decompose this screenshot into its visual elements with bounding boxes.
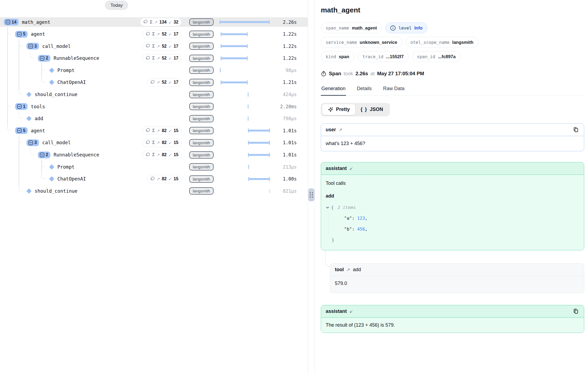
- duration-tick: [269, 189, 270, 193]
- timeline-cell: [219, 17, 271, 27]
- span-name-label: agent: [31, 128, 45, 133]
- duration-tick: [220, 68, 221, 72]
- json-value: 123: [357, 216, 365, 221]
- span-name-label: tools: [31, 104, 45, 109]
- timeline-cell: [219, 78, 271, 87]
- timeline-cell: [219, 65, 271, 75]
- input-arrow-icon: ↗: [157, 129, 160, 133]
- collapse-toggle-badge[interactable]: 14: [4, 19, 19, 25]
- timeline-cell: [219, 41, 271, 51]
- collapse-toggle-badge[interactable]: 2: [38, 152, 50, 158]
- trace-row-Prompt[interactable]: Promptlangsmith98µs: [0, 65, 308, 75]
- chip-trace-id: trace_id ...1552f7: [358, 51, 409, 62]
- child-count: 5: [23, 128, 25, 133]
- json-comma: ,: [365, 227, 368, 232]
- timeline-cell: [219, 138, 271, 147]
- json-toggle-button[interactable]: { } JSON: [355, 104, 388, 115]
- trace-row-should_continue[interactable]: should_continuelangsmith821µs: [0, 186, 308, 196]
- output-tokens: 17: [174, 44, 178, 49]
- chevron-down-icon[interactable]: [326, 206, 329, 209]
- collapse-toggle-badge[interactable]: 5: [15, 31, 28, 38]
- duration-bar: [221, 33, 248, 35]
- chip-key: level: [398, 25, 411, 31]
- pretty-toggle-button[interactable]: Pretty: [322, 104, 355, 115]
- provider-tag-langsmith: langsmith: [189, 163, 214, 170]
- pretty-label: Pretty: [336, 107, 350, 112]
- duration-label: 213µs: [271, 164, 297, 170]
- coin-icon: [146, 128, 150, 133]
- tree-connector-elbow: [7, 99, 11, 107]
- drag-dots-icon: [310, 192, 313, 198]
- timeline-cell: [219, 54, 271, 63]
- timeline-cell: [219, 90, 271, 99]
- output-tokens: 32: [174, 20, 178, 25]
- provider-tag-langsmith: langsmith: [189, 187, 214, 195]
- inbound-arrow-icon: ↙: [349, 309, 353, 314]
- trace-row-call_model[interactable]: 3call_modelΣ↗52↙17langsmith1.22s: [0, 41, 308, 51]
- trace-row-agent[interactable]: 5agentΣ↗52↙17langsmith1.22s: [0, 29, 308, 39]
- span-detail-panel: math_agent span_name math_agent level In…: [315, 0, 588, 374]
- trace-row-RunnableSequence[interactable]: 2RunnableSequenceΣ↗82↙15langsmith1.01s: [0, 150, 308, 160]
- tab-generation[interactable]: Generation: [321, 86, 346, 96]
- trace-row-tools[interactable]: 1toolslangsmith2.20ms: [0, 102, 308, 111]
- input-arrow-icon: ↗: [157, 56, 160, 60]
- collapse-toggle-badge[interactable]: 5: [15, 127, 28, 134]
- tree-connector-elbow: [7, 123, 11, 131]
- output-arrow-icon: ↙: [168, 44, 172, 48]
- json-label: JSON: [370, 107, 383, 112]
- coin-icon: [146, 55, 150, 61]
- input-tokens: 82: [162, 140, 167, 145]
- trace-row-call_model[interactable]: 3call_modelΣ↗82↙15langsmith1.01s: [0, 138, 308, 147]
- duration-bar: [249, 178, 270, 180]
- collapse-toggle-badge[interactable]: 1: [15, 103, 28, 110]
- copy-icon: [573, 308, 579, 314]
- duration-tick: [248, 165, 249, 169]
- collapse-toggle-badge[interactable]: 2: [38, 55, 50, 62]
- provider-tag-langsmith: langsmith: [189, 139, 214, 146]
- input-tokens: 52: [162, 44, 167, 49]
- braces-icon: { }: [361, 107, 367, 112]
- output-arrow-icon: ↙: [168, 129, 172, 133]
- tab-raw-data[interactable]: Raw Data: [383, 86, 405, 96]
- trace-row-ChatOpenAI[interactable]: ChatOpenAI↗82↙15langsmith1.00s: [0, 174, 308, 184]
- token-usage-badge: Σ↗134↙32: [140, 18, 182, 26]
- sigma-icon: Σ: [150, 20, 152, 25]
- trace-row-Prompt[interactable]: Promptlangsmith213µs: [0, 162, 308, 172]
- json-value: 456: [357, 227, 365, 232]
- message-card-assistant-final: assistant ↙ The result of (123 + 456) is…: [321, 305, 584, 333]
- message-card-tool: tool ↗ add 579.0: [330, 263, 584, 293]
- provider-tag-langsmith: langsmith: [189, 127, 214, 134]
- span-timing-line: Span took 2.26s at May 27 17:05:04 PM: [321, 71, 584, 77]
- copy-button[interactable]: [573, 126, 579, 133]
- panel-drag-handle[interactable]: [308, 188, 315, 201]
- generation-messages: user ↗ what's 123 + 456? assistant ↙ Too…: [321, 123, 584, 333]
- trace-row-agent[interactable]: 5agentΣ↗82↙15langsmith1.01s: [0, 126, 308, 135]
- child-count: 2: [46, 56, 48, 61]
- trace-row-should_continue[interactable]: should_continuelangsmith424µs: [0, 90, 308, 99]
- chip-key: trace_id: [362, 54, 383, 59]
- chip-span-name: span_name math_agent: [321, 22, 382, 33]
- token-usage-badge: Σ↗52↙17: [142, 30, 182, 38]
- trace-row-ChatOpenAI[interactable]: ChatOpenAI↗52↙17langsmith1.21s: [0, 78, 308, 87]
- json-entry: "a": 123,: [344, 213, 579, 224]
- trace-row-math_agent[interactable]: 14math_agentΣ↗134↙32langsmith2.26s: [0, 17, 308, 27]
- message-header: user ↗: [321, 124, 584, 136]
- input-arrow-icon: ↗: [157, 32, 160, 36]
- duration-label: 2.20ms: [271, 104, 297, 109]
- copy-button[interactable]: [573, 308, 579, 314]
- collapse-toggle-badge[interactable]: 3: [27, 43, 39, 50]
- tab-details[interactable]: Details: [356, 86, 372, 96]
- trace-row-add[interactable]: addlangsmith798µs: [0, 114, 308, 123]
- chip-otel-scope-name: otel_scope_name langsmith: [406, 37, 478, 48]
- today-button[interactable]: Today: [105, 1, 128, 10]
- coin-icon: [146, 140, 150, 146]
- coin-icon: [150, 176, 155, 182]
- trace-viewer-app: Today 14math_agentΣ↗134↙32langsmith2.26s…: [0, 0, 588, 374]
- tree-header: Today: [0, 0, 308, 11]
- role-label: assistant: [326, 166, 347, 171]
- trace-row-RunnableSequence[interactable]: 2RunnableSequenceΣ↗52↙17langsmith1.22s: [0, 54, 308, 63]
- duration-label: 98µs: [271, 68, 297, 73]
- child-count: 3: [34, 140, 37, 145]
- span-name-label: add: [35, 116, 43, 121]
- collapse-toggle-badge[interactable]: 3: [27, 139, 39, 146]
